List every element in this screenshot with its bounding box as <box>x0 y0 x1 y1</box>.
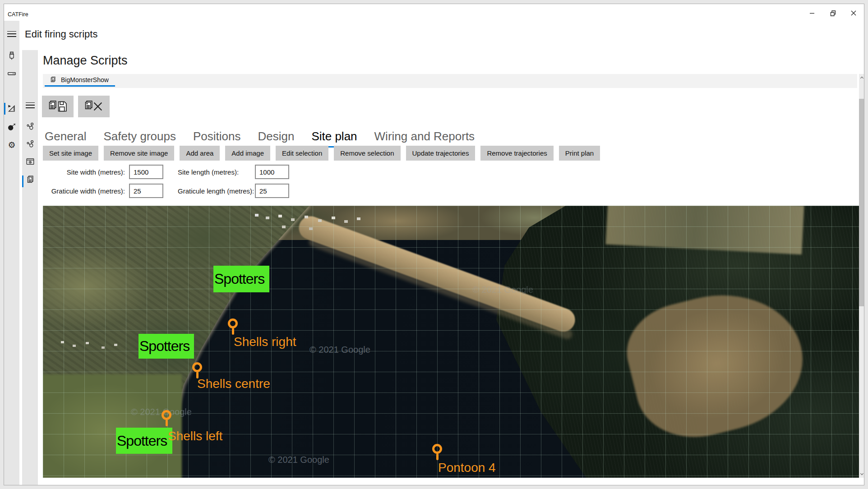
chevron-up-icon <box>859 75 864 79</box>
site-plan-map[interactable]: © 2021 Google © 2021 Google © 2021 Googl… <box>43 206 860 478</box>
nav-rail-primary: ⚙ <box>4 21 19 485</box>
pin-shells-left[interactable] <box>162 410 171 427</box>
document-icon <box>49 76 57 83</box>
bomb-icon <box>7 122 17 132</box>
scroll-down-button[interactable] <box>859 471 864 478</box>
minimize-button[interactable] <box>802 4 822 22</box>
tab-safety-groups[interactable]: Safety groups <box>103 129 177 148</box>
usb-icon <box>7 51 17 61</box>
documents-icon <box>25 175 35 185</box>
nav-rail-secondary <box>22 50 38 485</box>
add-area-button[interactable]: Add area <box>180 146 220 161</box>
print-plan-button[interactable]: Print plan <box>559 146 600 161</box>
edit-selection-button[interactable]: Edit selection <box>276 146 328 161</box>
area-spotters-3[interactable]: Spotters <box>116 428 172 454</box>
window-controls <box>802 4 864 22</box>
window-gear-icon <box>25 157 35 166</box>
script-tab-label: BigMonsterShow <box>61 76 109 83</box>
site-plan-toolbar: Set site image Remove site image Add are… <box>43 146 600 161</box>
site-width-field[interactable] <box>129 165 163 179</box>
vertical-scrollbar <box>859 74 864 478</box>
pin-label-shells-centre: Shells centre <box>197 377 270 391</box>
save-script-icon <box>48 100 67 113</box>
page-title: Edit firing scripts <box>25 28 97 40</box>
app-window: CATFire ⚙ <box>4 4 864 485</box>
pin-label-pontoon-4: Pontoon 4 <box>438 461 496 475</box>
sidebar-item-effects[interactable] <box>5 120 18 133</box>
chevron-down-icon <box>859 472 864 476</box>
restore-icon <box>830 10 836 16</box>
graticule-width-field[interactable] <box>129 184 163 198</box>
remove-trajectories-button[interactable]: Remove trajectories <box>480 146 553 161</box>
selected-indicator <box>22 175 23 187</box>
scripts-menu-button[interactable] <box>24 99 37 111</box>
sidebar-item-firing-window[interactable] <box>24 155 37 168</box>
script-tab-bigmonstershow[interactable]: BigMonsterShow <box>45 74 115 87</box>
tab-design[interactable]: Design <box>257 129 295 148</box>
close-script-button[interactable] <box>78 96 110 117</box>
tab-wiring-and-reports[interactable]: Wiring and Reports <box>374 129 476 148</box>
sidebar-item-share-1[interactable] <box>24 120 37 133</box>
site-length-field[interactable] <box>255 165 289 179</box>
tab-positions[interactable]: Positions <box>192 129 242 148</box>
remove-site-image-button[interactable]: Remove site image <box>104 146 174 161</box>
set-square-icon <box>7 104 17 114</box>
site-width-label: Site width (metres): <box>43 168 125 176</box>
module-icon <box>7 69 17 78</box>
pin-shells-right[interactable] <box>228 318 238 336</box>
section-title: Manage Scripts <box>43 54 128 68</box>
nav-menu-button[interactable] <box>5 28 18 40</box>
gear-icon: ⚙ <box>8 141 15 149</box>
set-site-image-button[interactable]: Set site image <box>43 146 98 161</box>
sidebar-item-modules[interactable] <box>5 67 18 80</box>
google-watermark: © 2021 Google <box>472 285 533 295</box>
sidebar-item-share-2[interactable] <box>24 138 37 151</box>
tab-general[interactable]: General <box>44 129 88 148</box>
sidebar-item-settings[interactable]: ⚙ <box>5 138 18 151</box>
close-button[interactable] <box>843 4 864 22</box>
sidebar-item-devices[interactable] <box>5 50 18 62</box>
area-spotters-1[interactable]: Spotters <box>213 266 269 292</box>
area-spotters-2[interactable]: Spotters <box>139 334 194 359</box>
site-length-label: Site length (metres): <box>178 168 239 176</box>
graticule-length-field[interactable] <box>255 184 289 198</box>
graticule-length-label: Graticule length (metres): <box>178 187 254 195</box>
sidebar-item-scripts[interactable] <box>24 173 37 186</box>
restore-button[interactable] <box>822 4 843 22</box>
sidebar-item-design-tools[interactable] <box>5 102 18 115</box>
tab-site-plan[interactable]: Site plan <box>310 129 358 148</box>
close-script-icon <box>84 100 103 113</box>
remove-selection-button[interactable]: Remove selection <box>334 146 400 161</box>
add-image-button[interactable]: Add image <box>225 146 270 161</box>
desktop: CATFire ⚙ <box>0 0 868 489</box>
hamburger-icon <box>26 102 35 108</box>
minimize-icon <box>809 10 815 16</box>
graticule-width-label: Graticule width (metres): <box>43 187 125 195</box>
share-icon <box>25 139 35 149</box>
window-title: CATFire <box>8 11 28 18</box>
share-icon <box>25 122 35 132</box>
google-watermark: © 2021 Google <box>268 455 329 465</box>
hamburger-icon <box>7 31 16 37</box>
pin-label-shells-left: Shells left <box>168 429 222 443</box>
pin-pontoon-4[interactable] <box>432 444 442 461</box>
pin-label-shells-right: Shells right <box>234 335 296 349</box>
update-trajectories-button[interactable]: Update trajectories <box>406 146 476 161</box>
save-script-button[interactable] <box>42 96 74 117</box>
section-tabs: General Safety groups Positions Design S… <box>44 129 476 148</box>
close-icon <box>851 10 856 16</box>
google-watermark: © 2021 Google <box>309 345 370 355</box>
scrollbar-thumb[interactable] <box>859 99 864 306</box>
script-tabstrip: BigMonsterShow <box>43 74 857 88</box>
scroll-up-button[interactable] <box>859 74 864 81</box>
